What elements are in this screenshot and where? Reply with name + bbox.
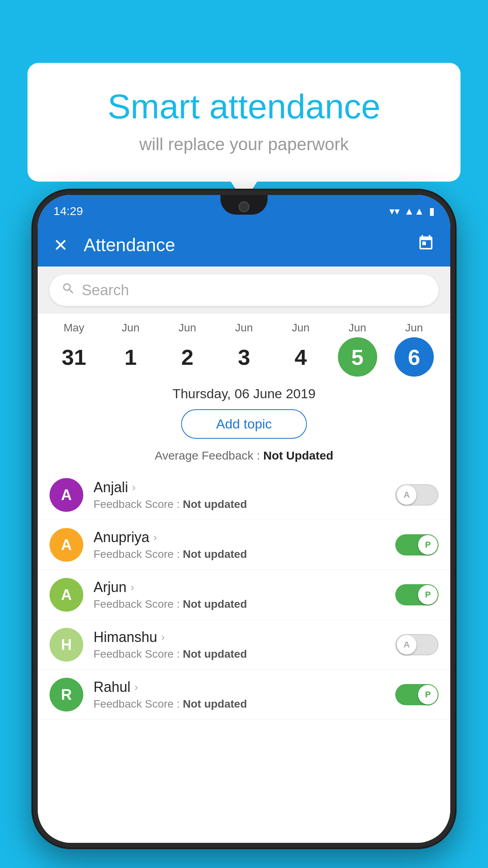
selected-date: Thursday, 06 June 2019 (38, 381, 450, 405)
speech-bubble-title: Smart attendance (59, 86, 429, 127)
calendar-icon[interactable] (417, 234, 435, 256)
add-topic-button[interactable]: Add topic (181, 409, 307, 439)
avg-feedback: Average Feedback : Not Updated (38, 443, 450, 470)
status-time: 14:29 (53, 204, 83, 218)
student-info-1: Anupriya ›Feedback Score : Not updated (94, 529, 385, 561)
student-info-3: Himanshu ›Feedback Score : Not updated (94, 629, 385, 660)
student-info-4: Rahul ›Feedback Score : Not updated (94, 679, 385, 710)
student-info-0: Anjali ›Feedback Score : Not updated (94, 479, 385, 511)
student-item-2[interactable]: AArjun ›Feedback Score : Not updatedP (38, 570, 450, 620)
student-feedback-0: Feedback Score : Not updated (94, 498, 385, 511)
student-list: AAnjali ›Feedback Score : Not updatedAAA… (38, 470, 450, 720)
attendance-toggle-4[interactable]: P (395, 684, 438, 705)
student-name-1: Anupriya › (94, 529, 385, 546)
student-info-2: Arjun ›Feedback Score : Not updated (94, 579, 385, 611)
student-avatar-2: A (50, 578, 83, 612)
calendar-day-0[interactable]: May31 (48, 322, 99, 377)
student-name-0: Anjali › (94, 479, 385, 496)
speech-bubble: Smart attendance will replace your paper… (28, 63, 460, 182)
toggle-knob-3: A (397, 635, 416, 655)
student-name-4: Rahul › (94, 679, 385, 695)
chevron-icon: › (161, 631, 165, 644)
student-avatar-4: R (50, 678, 83, 712)
student-avatar-1: A (50, 528, 83, 562)
search-icon (61, 281, 75, 299)
chevron-icon: › (153, 531, 157, 544)
status-icons: ▾▾ ▲▲ ▮ (389, 205, 435, 217)
app-bar: ✕ Attendance (38, 223, 450, 267)
attendance-toggle-0[interactable]: A (395, 484, 438, 506)
toggle-knob-2: P (418, 585, 438, 605)
speech-bubble-subtitle: will replace your paperwork (59, 134, 429, 154)
phone-frame: 14:29 ▾▾ ▲▲ ▮ ✕ Attendance (31, 189, 457, 849)
phone-notch (220, 195, 268, 215)
calendar-day-1[interactable]: Jun1 (105, 322, 156, 377)
speech-bubble-container: Smart attendance will replace your paper… (28, 63, 460, 182)
signal-icon: ▲▲ (404, 205, 424, 217)
student-avatar-0: A (50, 478, 83, 512)
chevron-icon: › (132, 481, 136, 494)
student-feedback-4: Feedback Score : Not updated (94, 698, 385, 710)
calendar-day-2[interactable]: Jun2 (162, 322, 213, 377)
toggle-knob-4: P (418, 685, 438, 704)
front-camera (238, 201, 250, 212)
calendar-day-3[interactable]: Jun3 (218, 322, 270, 377)
search-container: Search (38, 267, 450, 314)
student-feedback-1: Feedback Score : Not updated (94, 548, 385, 561)
calendar-day-5[interactable]: Jun5 (332, 322, 383, 377)
close-button[interactable]: ✕ (53, 235, 68, 255)
avg-feedback-label: Average Feedback : (155, 449, 260, 462)
wifi-icon: ▾▾ (389, 205, 400, 217)
attendance-toggle-3[interactable]: A (395, 634, 438, 655)
avg-feedback-value: Not Updated (263, 449, 333, 462)
student-feedback-2: Feedback Score : Not updated (94, 598, 385, 611)
student-item-4[interactable]: RRahul ›Feedback Score : Not updatedP (38, 670, 450, 720)
student-item-1[interactable]: AAnupriya ›Feedback Score : Not updatedP (38, 520, 450, 570)
app-bar-title: Attendance (84, 234, 402, 256)
phone-screen: 14:29 ▾▾ ▲▲ ▮ ✕ Attendance (38, 195, 450, 843)
toggle-knob-1: P (418, 535, 438, 555)
calendar-strip: May31Jun1Jun2Jun3Jun4Jun5Jun6 (38, 314, 450, 381)
attendance-toggle-2[interactable]: P (395, 584, 438, 605)
toggle-knob-0: A (397, 485, 416, 505)
student-item-3[interactable]: HHimanshu ›Feedback Score : Not updatedA (38, 620, 450, 670)
phone-container: 14:29 ▾▾ ▲▲ ▮ ✕ Attendance (31, 189, 457, 868)
student-item-0[interactable]: AAnjali ›Feedback Score : Not updatedA (38, 470, 450, 520)
chevron-icon: › (134, 681, 138, 693)
attendance-toggle-1[interactable]: P (395, 534, 438, 555)
student-avatar-3: H (50, 628, 83, 662)
battery-icon: ▮ (429, 205, 435, 217)
search-input[interactable]: Search (82, 282, 427, 299)
student-name-3: Himanshu › (94, 629, 385, 645)
chevron-icon: › (130, 581, 134, 594)
student-name-2: Arjun › (94, 579, 385, 596)
search-bar[interactable]: Search (50, 274, 438, 306)
calendar-day-4[interactable]: Jun4 (275, 322, 326, 377)
student-feedback-3: Feedback Score : Not updated (94, 648, 385, 660)
calendar-day-6[interactable]: Jun6 (389, 322, 440, 377)
